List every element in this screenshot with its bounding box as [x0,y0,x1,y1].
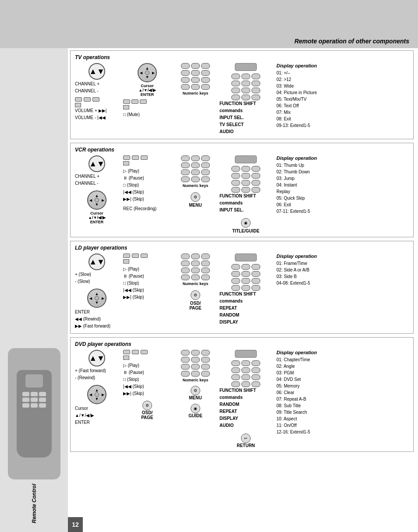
tv-channel-labels: CHANNEL + CHANNEL - [75,81,119,95]
ld-enter-labels: ENTER ◀◀ (Rewind) ▶▶ (Fast forward) [75,309,119,330]
tv-col4: FUNCTION SHIFTcommandsINPUT SEL.TV SELEC… [220,63,272,135]
tv-display: Display operation 01: +/– 02: >12 03: Wi… [276,63,409,129]
tv-func-label: FUNCTION SHIFTcommandsINPUT SEL.TV SELEC… [220,100,272,135]
vcr-dpad-icon: ▲ ◀▶ ▼ [87,190,106,210]
dvd-playback-labels: ▷ (Play) ⏸ (Pause) □ (Stop) |◀◀ (Skip) ▶… [123,362,171,397]
dvd-return-label: RETURN [220,443,272,448]
content-area: TV operations ▲▼ CHANNEL + CHANNEL - [70,48,414,452]
dvd-numeric-visual [176,350,215,377]
tv-section-title: TV operations [75,54,409,60]
dvd-icon: ▲▼ [89,350,105,366]
vcr-col2: ▷ (Play) ⏸ (Pause) □ (Stop) |◀◀ (Skip) ▶… [123,155,171,211]
tv-numeric-visual [176,63,215,90]
dvd-osd-icon: ⚙ [142,401,152,410]
vcr-section: VCR operations ▲▼ CHANNEL + CHANNEL - ▲ … [70,143,414,237]
ld-osd-icon: ⚙ [191,290,200,300]
dvd-col1-labels: + (Fast forward) - (Rewind) [75,367,119,381]
tv-transport-icons [75,97,119,102]
dvd-return-block: ↩ RETURN [220,433,272,448]
tv-col2: ▲ ◀▶ ▼ Cursor▲/▼/◀/▶ENTER □ (Mute) [123,63,171,117]
ld-display: Display operation 01: Frame/Time 02: Sid… [276,254,409,286]
vcr-cursor-label: Cursor▲/▼/◀/▶ENTER [75,211,119,224]
vcr-numeric-visual [176,155,215,182]
tv-transport-row [123,99,171,110]
vcr-transport-mid [123,161,171,166]
dvd-display-title: Display operation [276,350,409,355]
vcr-display-title: Display operation [276,155,409,161]
dvd-col3: Numeric keys ⚙ MENU ◉ GUIDE [176,350,215,418]
tv-mute-label: □ (Mute) [123,112,171,117]
ld-section-body: ▲▼ + (Slow) - (Slow) ▲ ◀▶ ▼ ENTER ◀◀ (Re… [75,254,409,330]
tv-col1: ▲▼ CHANNEL + CHANNEL - VOLUME + ▶▶| VOLU… [75,63,119,121]
dvd-section: DVD player operations ▲▼ + (Fast forward… [70,337,414,452]
dvd-func-label: FUNCTION SHIFTcommandsRANDOMREPEATDISPLA… [220,387,272,429]
ld-display-items: 01: Frame/Time 02: Side A or A/B 03: Sid… [276,260,409,286]
vcr-col4: FUNCTION SHIFTcommandsINPUT SEL. ◉ TITLE… [220,155,272,233]
vcr-playback-labels: ▷ (Play) ⏸ (Pause) □ (Stop) |◀◀ (Skip) ▶… [123,168,171,203]
ld-numeric-visual [176,254,215,280]
vcr-col1: ▲▼ CHANNEL + CHANNEL - ▲ ◀▶ ▼ Cursor▲/▼/… [75,155,119,224]
dvd-transport-top [123,350,171,354]
tv-transport-icon1 [75,97,82,102]
dvd-display: Display operation 01: Chapter/Time 02: A… [276,350,409,435]
dvd-cursor-block: ▲ ◀▶ ▼ Cursor ▲/▼/◀/▶ ENTER [75,385,119,426]
dvd-guide-icon: ◉ [191,404,200,413]
ld-col1-labels: + (Slow) - (Slow) [75,271,119,285]
ld-numeric-label: Numeric keys [176,282,215,286]
vcr-rec-label: REC (Recording) [123,206,171,211]
tv-display-items: 01: +/– 02: >12 03: Wide 04: Picture in … [276,70,409,129]
tv-func-top-icon [235,63,257,71]
vcr-display-items: 01: Thumb Up 02: Thumb Down 03: Jump 04:… [276,162,409,215]
vcr-channel-icon: ▲▼ [89,155,105,172]
ld-func-visual [220,254,272,291]
dvd-col4: FUNCTION SHIFTcommandsRANDOMREPEATDISPLA… [220,350,272,448]
vcr-menu-label: MENU [176,203,215,208]
dvd-dpad-icon: ▲ ◀▶ ▼ [87,385,106,404]
vcr-titleguide-icon: ◉ [241,218,251,228]
ld-func-top-icon [235,254,257,261]
vcr-col3: Numeric keys ⚙ MENU [176,155,215,208]
vcr-func-visual [220,155,272,193]
page-number: 12 [68,517,83,532]
vcr-menu-block: ⚙ MENU [176,192,215,208]
ld-func-label: FUNCTION SHIFTcommandsREPEATRANDOMDISPLA… [220,291,272,326]
dvd-return-icon: ↩ [241,433,251,443]
ld-col4: FUNCTION SHIFTcommandsREPEATRANDOMDISPLA… [220,254,272,326]
tv-channel-icon: ▲▼ [89,63,105,80]
ld-display-title: Display operation [276,254,409,259]
ld-enter-block: ▲ ◀▶ ▼ ENTER ◀◀ (Rewind) ▶▶ (Fast forwar… [75,289,119,330]
ld-col1: ▲▼ + (Slow) - (Slow) ▲ ◀▶ ▼ ENTER ◀◀ (Re… [75,254,119,330]
tv-section: TV operations ▲▼ CHANNEL + CHANNEL - [70,50,414,139]
vcr-channel-labels: CHANNEL + CHANNEL - [75,173,119,187]
dvd-section-title: DVD player operations [75,341,409,347]
dvd-osd-label: OSD/PAGE [123,410,171,420]
dvd-func-visual [220,350,272,387]
tv-vol-icon1 [75,103,81,107]
ld-icon: ▲▼ [89,254,105,270]
ld-osd-label: OSD/PAGE [176,301,215,310]
ld-transport-mid [123,259,171,264]
vcr-display: Display operation 01: Thumb Up 02: Thumb… [276,155,409,215]
sidebar: Remote Control [0,48,68,532]
vcr-section-body: ▲▼ CHANNEL + CHANNEL - ▲ ◀▶ ▼ Cursor▲/▼/… [75,155,409,233]
dvd-display-items: 01: Chapter/Time 02: Angle 03: PGM 04: D… [276,356,409,435]
dvd-cursor-labels: Cursor ▲/▼/◀/▶ ENTER [75,405,119,426]
vcr-dpad-block: ▲ ◀▶ ▼ Cursor▲/▼/◀/▶ENTER [75,190,119,224]
ld-transport-top [123,254,171,258]
dvd-menu-icon: ⚙ [191,386,200,395]
sidebar-label: Remote Control [31,484,37,523]
dvd-osd-block: ⚙ OSD/PAGE [123,401,171,420]
ld-osd-block: ⚙ OSD/PAGE [176,290,215,310]
dvd-col2: ▷ (Play) ⏸ (Pause) □ (Stop) |◀◀ (Skip) ▶… [123,350,171,420]
dvd-section-body: ▲▼ + (Fast forward) - (Rewind) ▲ ◀▶ ▼ Cu… [75,350,409,448]
tv-section-body: ▲▼ CHANNEL + CHANNEL - VOLUME + ▶▶| VOLU… [75,63,409,135]
dvd-menu-label: MENU [176,395,215,400]
ld-section: LD player operations ▲▼ + (Slow) - (Slow… [70,241,414,334]
vcr-menu-icon: ⚙ [191,192,200,202]
tv-col3: Numeric keys [176,63,215,95]
ld-col3: Numeric keys ⚙ OSD/PAGE [176,254,215,310]
ld-col2: ▷ (Play) ⏸ (Pause) □ (Stop) |◀◀ (Skip) ▶… [123,254,171,301]
header-title: Remote operation of other components [294,38,409,45]
tv-func-visual [220,63,272,100]
vcr-transport-top [123,155,171,160]
